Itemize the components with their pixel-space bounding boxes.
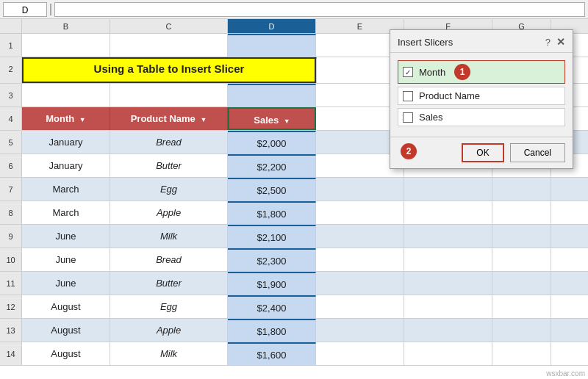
cell-c3[interactable] xyxy=(110,84,228,107)
row-13: 13 August Apple $1,800 xyxy=(0,319,588,342)
row-num-13: 13 xyxy=(0,319,22,342)
cell-d10[interactable]: $2,300 xyxy=(228,248,316,271)
row-num-4: 4 xyxy=(0,107,22,130)
sales-dropdown-arrow[interactable]: ▼ xyxy=(284,118,290,125)
month-label: Month xyxy=(419,67,445,78)
dialog-body: ✓ Month 1 Product Name Sales xyxy=(390,53,573,137)
formula-bar-content[interactable] xyxy=(54,2,585,17)
cell-d9[interactable]: $2,100 xyxy=(228,225,316,248)
cell-f10[interactable] xyxy=(404,248,492,271)
cell-b8[interactable]: March xyxy=(22,201,110,224)
cell-e14[interactable] xyxy=(316,342,404,365)
row-num-12: 12 xyxy=(0,295,22,318)
cell-g11[interactable] xyxy=(492,272,551,295)
product-checkbox[interactable] xyxy=(403,91,413,101)
cell-c11[interactable]: Butter xyxy=(110,272,228,295)
row-num-3: 3 xyxy=(0,84,22,107)
cell-c1[interactable] xyxy=(110,34,228,57)
cell-e8[interactable] xyxy=(316,201,404,224)
cell-f14[interactable] xyxy=(404,342,492,365)
slicer-item-sales[interactable]: Sales xyxy=(398,108,565,126)
cell-e11[interactable] xyxy=(316,272,404,295)
cell-e9[interactable] xyxy=(316,225,404,248)
month-dropdown-arrow[interactable]: ▼ xyxy=(79,116,86,123)
col-header-d[interactable]: D xyxy=(228,19,316,33)
cell-b14[interactable]: August xyxy=(22,342,110,365)
spreadsheet: D B C D E F G 1 2 Using a Table to Inser… xyxy=(0,0,588,379)
cell-b5[interactable]: January xyxy=(22,131,110,154)
slicer-item-month[interactable]: ✓ Month 1 xyxy=(398,60,565,84)
cell-d13[interactable]: $1,800 xyxy=(228,319,316,342)
product-label: Product Name xyxy=(419,90,480,101)
ok-button[interactable]: OK xyxy=(462,143,503,162)
cell-e10[interactable] xyxy=(316,248,404,271)
cell-g14[interactable] xyxy=(492,342,551,365)
cell-d5[interactable]: $2,000 xyxy=(228,131,316,154)
cell-d6[interactable]: $2,200 xyxy=(228,154,316,177)
cell-c10[interactable]: Bread xyxy=(110,248,228,271)
cell-c6[interactable]: Butter xyxy=(110,154,228,177)
row-7: 7 March Egg $2,500 xyxy=(0,178,588,201)
col-header-b[interactable]: B xyxy=(22,19,110,33)
product-dropdown-arrow[interactable]: ▼ xyxy=(200,116,207,123)
row-8: 8 March Apple $1,800 xyxy=(0,201,588,225)
cell-d8[interactable]: $1,800 xyxy=(228,201,316,224)
cell-g13[interactable] xyxy=(492,319,551,342)
dialog-close-button[interactable]: ✕ xyxy=(556,36,565,48)
cell-b13[interactable]: August xyxy=(22,319,110,342)
cell-b9[interactable]: June xyxy=(22,225,110,248)
title-cell: Using a Table to Insert Slicer xyxy=(22,57,316,83)
dialog-help-button[interactable]: ? xyxy=(545,37,551,48)
name-box[interactable]: D xyxy=(3,2,47,17)
cell-d14[interactable]: $1,600 xyxy=(228,342,316,365)
row-num-11: 11 xyxy=(0,272,22,295)
cell-b3[interactable] xyxy=(22,84,110,107)
cell-f7[interactable] xyxy=(404,178,492,201)
col-header-c[interactable]: C xyxy=(110,19,228,33)
cell-g9[interactable] xyxy=(492,225,551,248)
cell-g7[interactable] xyxy=(492,178,551,201)
cell-g12[interactable] xyxy=(492,295,551,318)
sales-checkbox[interactable] xyxy=(403,112,413,123)
header-sales[interactable]: Sales ▼ xyxy=(228,107,316,130)
cell-e7[interactable] xyxy=(316,178,404,201)
cell-d1[interactable] xyxy=(228,34,316,57)
cell-c7[interactable]: Egg xyxy=(110,178,228,201)
cell-f12[interactable] xyxy=(404,295,492,318)
cell-g10[interactable] xyxy=(492,248,551,271)
cell-b12[interactable]: August xyxy=(22,295,110,318)
cell-f8[interactable] xyxy=(404,201,492,224)
cell-d12[interactable]: $2,400 xyxy=(228,295,316,318)
cancel-button[interactable]: Cancel xyxy=(510,143,565,162)
cell-b1[interactable] xyxy=(22,34,110,57)
cell-c8[interactable]: Apple xyxy=(110,201,228,224)
cell-f11[interactable] xyxy=(404,272,492,295)
col-header-a[interactable] xyxy=(0,19,22,33)
header-month[interactable]: Month ▼ xyxy=(22,107,110,130)
cell-c13[interactable]: Apple xyxy=(110,319,228,342)
row-14: 14 August Milk $1,600 xyxy=(0,342,588,366)
cell-g8[interactable] xyxy=(492,201,551,224)
cell-e13[interactable] xyxy=(316,319,404,342)
cell-d3[interactable] xyxy=(228,84,316,107)
dialog-controls: ? ✕ xyxy=(545,36,565,48)
header-product[interactable]: Product Name ▼ xyxy=(110,107,228,130)
cell-e12[interactable] xyxy=(316,295,404,318)
cell-d7[interactable]: $2,500 xyxy=(228,178,316,201)
cell-c9[interactable]: Milk xyxy=(110,225,228,248)
cell-b11[interactable]: June xyxy=(22,272,110,295)
cell-b6[interactable]: January xyxy=(22,154,110,177)
cell-b10[interactable]: June xyxy=(22,248,110,271)
cell-f13[interactable] xyxy=(404,319,492,342)
month-checkbox[interactable]: ✓ xyxy=(403,67,413,77)
insert-slicers-dialog: Insert Slicers ? ✕ ✓ Month 1 Product Nam… xyxy=(390,29,573,169)
formula-bar: D xyxy=(0,0,588,19)
cell-c12[interactable]: Egg xyxy=(110,295,228,318)
cell-c5[interactable]: Bread xyxy=(110,131,228,154)
row-num-5: 5 xyxy=(0,131,22,154)
slicer-item-product[interactable]: Product Name xyxy=(398,87,565,105)
cell-b7[interactable]: March xyxy=(22,178,110,201)
cell-f9[interactable] xyxy=(404,225,492,248)
cell-d11[interactable]: $1,900 xyxy=(228,272,316,295)
cell-c14[interactable]: Milk xyxy=(110,342,228,365)
